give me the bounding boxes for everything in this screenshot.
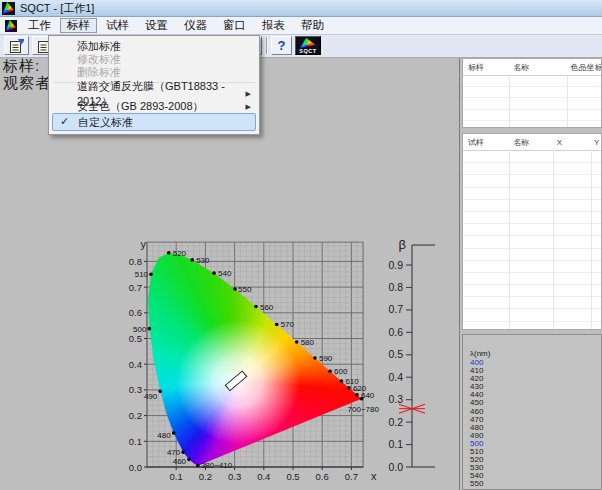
wavelength-value: 470	[470, 416, 601, 424]
locus-point	[158, 389, 162, 393]
wavelength-label: 550	[238, 285, 252, 294]
wavelength-label: 560	[260, 303, 274, 312]
wavelength-label: 380~410	[201, 461, 233, 470]
wavelength-label: 640	[361, 391, 375, 400]
table-row	[463, 110, 601, 121]
menu-item-5[interactable]: 安全色（GB 2893-2008）▶	[51, 100, 257, 113]
wavelength-value: 550	[470, 480, 601, 488]
table-header-row: 试样名称XY	[463, 134, 601, 151]
menu-item-label: 自定义标准	[78, 115, 133, 130]
wavelength-label: 460	[173, 457, 187, 466]
wavelength-value: 400	[470, 359, 601, 367]
wavelength-label: 570	[281, 320, 295, 329]
y-tick-label: 0.5	[129, 333, 142, 344]
locus-point	[148, 327, 152, 331]
column-divider	[591, 150, 592, 329]
y-tick-label: 0.2	[129, 410, 142, 421]
locus-point	[190, 258, 194, 262]
beta-tick-label: 0.9	[388, 259, 403, 271]
submenu-arrow-icon: ▶	[246, 103, 251, 111]
table-row	[463, 212, 601, 224]
menu-item-7[interactable]: 帮助	[294, 18, 331, 33]
wavelength-value: 540	[470, 472, 601, 480]
wavelength-panel: λ(nm) 4004104204304404504604704804905005…	[462, 334, 602, 490]
locus-point	[149, 272, 153, 276]
help-icon: ?	[278, 39, 286, 52]
table-row	[463, 261, 601, 273]
locus-point	[360, 397, 364, 401]
menu-item-3[interactable]: 设置	[138, 18, 175, 33]
table-row	[463, 273, 601, 285]
column-header: X	[552, 138, 589, 147]
toolbar-button-load-standard[interactable]	[4, 36, 29, 55]
table-row	[463, 151, 601, 163]
wavelength-label: 600	[334, 367, 348, 376]
wavelength-label: 540	[218, 269, 232, 278]
menu-bar-items: 工作标样试样设置仪器窗口报表帮助	[20, 18, 332, 33]
wavelength-label: 490	[144, 392, 158, 401]
grid	[146, 242, 363, 467]
toolbar-help-button[interactable]: ?	[271, 36, 292, 55]
y-axis-title: y	[141, 238, 147, 250]
locus-point	[313, 356, 317, 360]
menu-item-5[interactable]: 窗口	[216, 18, 253, 33]
standard-table[interactable]: 标样名称色品坐标	[462, 58, 602, 128]
wavelength-label: 580	[301, 338, 315, 347]
menu-item-2[interactable]: 试样	[99, 18, 136, 33]
x-tick-label: 0.4	[257, 471, 270, 482]
document-icon[interactable]	[5, 20, 17, 32]
menu-item-label: 安全色（GB 2893-2008）	[77, 99, 204, 114]
cie-horseshoe-gamut	[147, 242, 363, 467]
title-bar: SQCT - [工作1]	[0, 0, 602, 17]
list-download-icon	[9, 38, 25, 54]
x-tick-label: 0.5	[286, 471, 299, 482]
wavelength-label: 520	[173, 249, 187, 258]
column-header: Y	[589, 138, 601, 147]
beta-gauge: 0.00.10.20.30.40.50.60.70.80.9β	[388, 237, 435, 472]
x-tick-label: 0.6	[316, 471, 329, 482]
menu-item-6[interactable]: ✓自定义标准	[52, 113, 256, 131]
x-tick-label: 0.7	[345, 471, 358, 482]
beta-tick-label: 0.5	[388, 348, 403, 360]
table-row	[463, 175, 601, 187]
table-row	[463, 224, 601, 236]
y-tick-label: 0.4	[129, 359, 142, 370]
beta-tick-label: 0.8	[388, 281, 403, 293]
table-row	[463, 76, 601, 87]
wavelength-label: 530	[196, 256, 210, 265]
wavelength-value: 410	[470, 367, 601, 375]
wavelength-label: 510	[135, 270, 149, 279]
column-header: 名称	[508, 137, 551, 148]
menu-item-2[interactable]: 删除标准	[51, 66, 257, 79]
y-tick-label: 0.1	[129, 436, 142, 447]
wavelength-value: 450	[470, 399, 601, 407]
panel-splitter[interactable]	[459, 57, 460, 490]
beta-tick-label: 0.1	[388, 438, 403, 450]
observer-label: 观察者	[3, 74, 51, 93]
wavelength-label: 480	[157, 431, 171, 440]
menu-item-0[interactable]: 工作	[21, 18, 58, 33]
sample-table[interactable]: 试样名称XY	[462, 133, 602, 330]
checkmark-icon: ✓	[60, 115, 69, 128]
wavelength-value: 430	[470, 383, 601, 391]
wavelength-label: 500	[133, 325, 147, 334]
x-axis-title: x	[371, 470, 377, 482]
table-row	[463, 98, 601, 109]
wavelength-label: 470	[167, 448, 181, 457]
locus-point	[167, 251, 171, 255]
beta-tick-label: 0.2	[388, 416, 403, 428]
sqct-logo-text: SQCT	[299, 49, 316, 54]
menu-item-1[interactable]: 标样	[60, 18, 97, 33]
wavelength-value: 460	[470, 408, 601, 416]
toolbar-sqct-button[interactable]: SQCT	[295, 36, 321, 55]
beta-axis-title: β	[399, 237, 406, 252]
wavelength-points: 5105205305405505605705805906006106206407…	[133, 249, 379, 470]
column-divider	[509, 75, 510, 127]
table-row	[463, 163, 601, 175]
menu-item-6[interactable]: 报表	[255, 18, 292, 33]
sample-point-marker	[225, 371, 246, 391]
wavelength-label: 700~780	[348, 405, 380, 414]
column-header: 试样	[463, 137, 508, 148]
menu-bar: 工作标样试样设置仪器窗口报表帮助	[0, 17, 602, 35]
menu-item-4[interactable]: 仪器	[177, 18, 214, 33]
